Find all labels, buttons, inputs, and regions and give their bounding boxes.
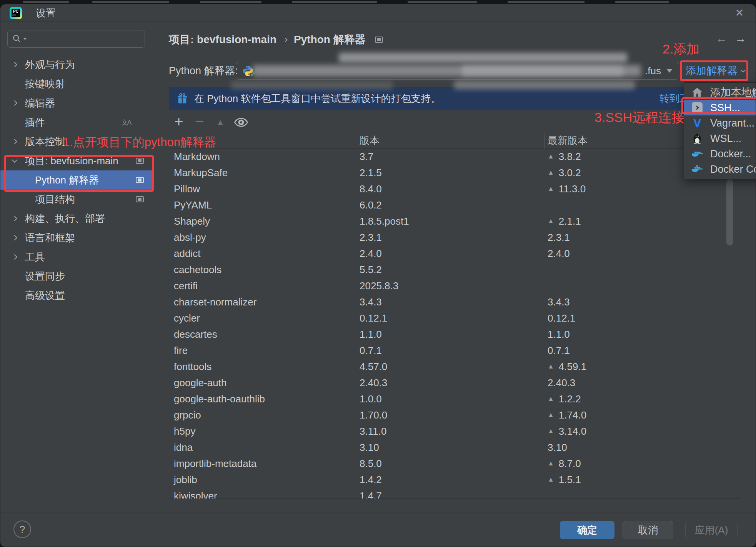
package-latest: ▲8.7.0 [544,458,740,470]
sidebar-item[interactable]: 工具 [0,247,152,267]
menu-item-wsl[interactable]: WSL... [684,131,756,146]
sidebar-item[interactable]: 设置同步 [0,267,152,286]
package-name: joblib [169,474,356,486]
chevron-down-icon[interactable] [12,157,17,163]
table-row[interactable]: addict2.4.02.4.0 [169,245,740,262]
chevron-right-icon[interactable] [12,254,17,260]
upgrade-arrow-icon: ▲ [548,460,554,467]
table-row[interactable]: MarkupSafe2.1.5▲3.0.2 [169,165,740,181]
combobox-caret-icon [666,69,673,73]
column-header-version[interactable]: 版本 [356,134,544,147]
search-input[interactable] [28,33,136,44]
package-latest: ▲11.3.0 [544,183,740,195]
close-icon[interactable]: ✕ [731,5,748,21]
sidebar-item-label: 项目结构 [35,193,75,206]
package-name: kiwisolver [169,490,356,499]
sidebar-item[interactable]: 项目: bevfusion-main [0,151,152,170]
breadcrumb-project[interactable]: 项目: bevfusion-main [169,32,276,47]
package-latest-value: 11.3.0 [559,183,586,195]
table-row[interactable]: idna3.103.10 [169,439,740,455]
sidebar-item[interactable]: 按键映射 [0,74,152,93]
search-options-caret-icon[interactable] [23,38,27,40]
background-app-strip [92,1,169,3]
chevron-right-icon[interactable] [12,216,17,221]
chevron-right-icon[interactable] [12,100,17,106]
table-row[interactable]: Markdown3.7▲3.8.2 [169,148,740,165]
apply-button[interactable]: 应用(A) [685,521,738,539]
table-row[interactable]: google-auth2.40.32.40.3 [169,375,740,391]
table-row[interactable]: cycler0.12.10.12.1 [169,310,740,326]
table-row[interactable]: absl-py2.3.12.3.1 [169,229,740,245]
window-title: 设置 [36,4,56,22]
table-row[interactable]: PyYAML6.0.2 [169,197,740,213]
ok-button[interactable]: 确定 [560,521,614,539]
sidebar-item-label: 构建、执行、部署 [25,212,105,225]
table-row[interactable]: grpcio1.70.0▲1.74.0 [169,407,740,423]
package-latest: ▲4.59.1 [544,361,740,373]
package-version: 3.4.3 [356,296,544,308]
chevron-right-icon[interactable] [12,139,17,144]
package-name: importlib-metadata [169,458,356,470]
search-box[interactable] [7,30,145,48]
sidebar-item[interactable]: 外观与行为 [0,55,152,74]
sidebar-item[interactable]: 语言和框架 [0,228,152,247]
sidebar-item[interactable]: Python 解释器 [0,170,152,190]
table-row[interactable]: fonttools4.57.0▲4.59.1 [169,359,740,375]
table-scrollbar[interactable] [726,179,733,245]
table-row[interactable]: charset-normalizer3.4.33.4.3 [169,294,740,310]
chevron-right-icon[interactable] [12,235,17,240]
add-interpreter-label: 添加解释器 [686,64,738,78]
menu-item-vagrant[interactable]: VVagrant... [684,115,756,131]
table-row[interactable]: Pillow8.4.0▲11.3.0 [169,181,740,197]
package-latest: 2.40.3 [544,377,740,389]
menu-item-docker[interactable]: Docker... [684,146,756,162]
table-row[interactable]: importlib-metadata8.5.0▲8.7.0 [169,455,740,472]
show-early-releases-button[interactable] [233,115,249,130]
menu-item-docker-compose[interactable]: Docker Compose... [684,162,756,177]
cancel-button[interactable]: 取消 [623,521,673,539]
add-package-button[interactable]: + [171,114,187,129]
table-row[interactable]: cachetools5.5.2 [169,262,740,278]
table-row[interactable]: certifi2025.8.3 [169,278,740,294]
menu-item-home[interactable]: 添加本地解释器 [684,85,756,100]
sidebar-item[interactable]: 高级设置 [0,286,152,305]
package-name: MarkupSafe [169,167,356,179]
table-row[interactable]: kiwisolver1.4.7 [169,488,740,499]
package-latest-value: 3.10 [548,442,567,454]
package-name: google-auth-oauthlib [169,393,356,405]
package-version: 1.4.7 [356,490,544,499]
help-button[interactable]: ? [13,520,31,538]
package-latest-value: 0.7.1 [548,345,570,357]
sidebar-item[interactable]: 编辑器 [0,93,152,113]
package-latest-value: 1.74.0 [559,409,586,421]
package-name: absl-py [169,232,356,243]
upgrade-package-button[interactable]: ▲ [213,115,228,130]
package-name: certifi [169,280,356,292]
back-arrow-icon[interactable]: ← [716,32,727,45]
forward-arrow-icon[interactable]: → [735,32,746,45]
column-separator [544,133,545,148]
ssh-icon [690,102,704,113]
upgrade-arrow-icon: ▲ [548,153,554,160]
annotation-step1: 1.点开项目下的python解释器 [63,134,216,150]
menu-item-ssh[interactable]: SSH... [684,100,756,115]
package-name: PyYAML [169,199,356,211]
table-row[interactable]: google-auth-oauthlib1.0.0▲1.2.2 [169,391,740,407]
sidebar-item[interactable]: 项目结构 [0,190,152,209]
table-row[interactable]: joblib1.4.2▲1.5.1 [169,472,740,488]
package-version: 1.0.0 [356,393,544,405]
add-interpreter-button[interactable]: 添加解释器 [686,62,745,80]
package-latest-value: 2.1.1 [559,215,581,227]
footer-divider [0,512,756,512]
sidebar-item[interactable]: 插件文A [0,113,152,132]
table-row[interactable]: descartes1.1.01.1.0 [169,326,740,342]
chevron-right-icon[interactable] [12,62,17,67]
sidebar-item[interactable]: 构建、执行、部署 [0,209,152,228]
table-row[interactable]: h5py3.11.0▲3.14.0 [169,423,740,439]
menu-item-label: Docker... [710,148,751,160]
table-row[interactable]: fire0.7.10.7.1 [169,342,740,359]
remove-package-button[interactable]: − [192,113,207,129]
package-latest: ▲3.14.0 [544,425,740,437]
table-row[interactable]: Shapely1.8.5.post1▲2.1.1 [169,213,740,229]
sidebar-item-label: 语言和框架 [25,231,75,245]
